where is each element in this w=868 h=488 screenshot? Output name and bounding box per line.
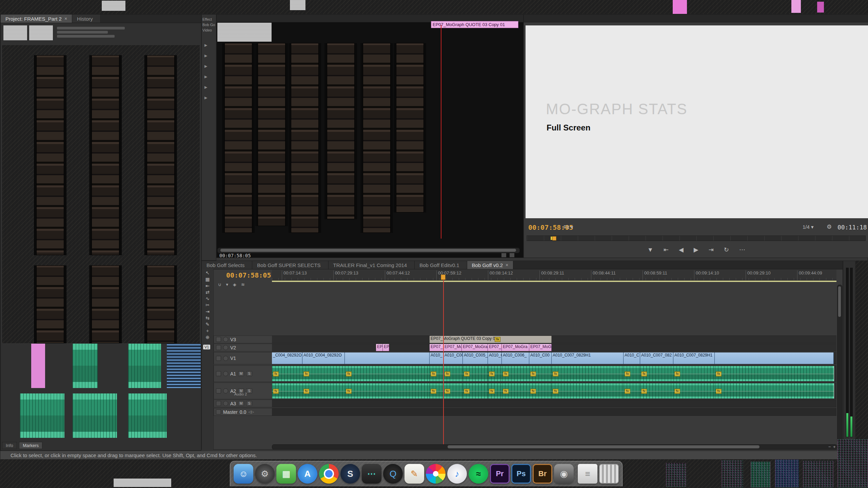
work-area-bar[interactable]	[272, 281, 836, 282]
source-hscrollbar[interactable]	[217, 248, 520, 253]
audio-clip-thumb[interactable]	[128, 393, 167, 438]
timeline-clip-a2[interactable]: fx	[502, 383, 530, 399]
source-indicator[interactable]: V1	[203, 345, 210, 349]
audio-clip-thumb[interactable]	[20, 393, 64, 438]
project-tab[interactable]: History	[72, 15, 101, 23]
timeline-clip-v2[interactable]: EP07_Mo	[443, 344, 462, 351]
tool-icon[interactable]: ⇄	[203, 289, 212, 295]
close-icon[interactable]: ×	[64, 16, 67, 21]
trash[interactable]	[599, 464, 619, 484]
timeline-clip-a2[interactable]: fx	[529, 383, 552, 399]
lock-icon[interactable]	[216, 409, 221, 414]
sequence-tab[interactable]: Bob Goff Selects	[202, 261, 252, 269]
eye-toggle-icon[interactable]	[223, 345, 228, 350]
timeline-clip-a2[interactable]: fx	[640, 383, 674, 399]
panel-menu-icon[interactable]	[510, 253, 514, 257]
tool-icon[interactable]: ⇥	[203, 309, 212, 314]
timeline-clip-v1[interactable]	[715, 352, 834, 364]
timeline-clip-v2[interactable]: EP	[383, 344, 389, 351]
timeline-clip-a2[interactable]: fx	[463, 383, 488, 399]
zoom-fit-dropdown[interactable]: Fit ▾	[564, 224, 573, 230]
sequence-tab[interactable]: TRAILER Final_v1 Coming 2014	[329, 261, 415, 269]
solo-button[interactable]: S	[246, 371, 252, 376]
timeline-clip-a1[interactable]: fx	[443, 366, 463, 381]
timeline-clip-a2[interactable]: fx	[345, 383, 430, 399]
lock-icon[interactable]	[216, 345, 221, 350]
transport-button-icon[interactable]: ▶	[694, 246, 698, 253]
timeline-clip-a1[interactable]: fx	[673, 366, 715, 381]
timeline-hscrollbar[interactable]	[272, 444, 837, 450]
track-header-v3[interactable]: V3	[214, 336, 277, 343]
green-utility[interactable]: ▦	[276, 464, 296, 484]
timeline-clip-a1[interactable]: fx	[502, 366, 530, 381]
track-header-master[interactable]: Master 0.0 ◁▷	[214, 408, 277, 416]
timeline-clip-a2[interactable]: fx	[443, 383, 463, 399]
playback-resolution-dropdown[interactable]: 1/4 ▾	[803, 224, 814, 230]
timeline-clip-a2[interactable]: fx	[715, 383, 834, 399]
timeline-clip-a2[interactable]: fx	[430, 383, 444, 399]
audio-clip-thumb[interactable]	[128, 344, 161, 388]
clip-thumbnail-strip[interactable]	[89, 265, 122, 343]
snap-toggle-icon[interactable]: ≋	[241, 282, 245, 287]
timeline-clip-v2[interactable]: EP07_MoG	[529, 344, 552, 351]
chevron-right-icon[interactable]: ▶	[204, 64, 215, 68]
photoshop[interactable]: Ps	[511, 464, 531, 484]
chevron-right-icon[interactable]: ▶	[204, 54, 215, 58]
solo-button[interactable]: S	[246, 401, 252, 406]
settings[interactable]: ⚙	[255, 464, 275, 484]
collapsed-panel-label[interactable]: Video	[202, 28, 215, 32]
dock-divider[interactable]	[575, 464, 576, 484]
timeline-clip-v1[interactable]: A010_C004_08292O	[302, 352, 345, 364]
timeline-clip-v1[interactable]: _C004_08292O	[272, 352, 302, 364]
timeline-clip-v1[interactable]: A010_C006_	[502, 352, 529, 364]
transport-button-icon[interactable]: ↻	[724, 246, 729, 253]
solo-button[interactable]: S	[246, 388, 252, 393]
pan-icon[interactable]: ◁▷	[248, 410, 254, 414]
timeline-clip-a1[interactable]: fx	[552, 366, 624, 381]
scrubber-playhead[interactable]	[552, 236, 556, 241]
pencil-app[interactable]: ✎	[405, 464, 424, 484]
timeline-clip-a2[interactable]: fx	[272, 383, 303, 399]
app-store[interactable]: A	[298, 464, 317, 484]
speaker-toggle-icon[interactable]	[223, 371, 228, 376]
eye-toggle-icon[interactable]	[223, 356, 228, 361]
quicktime[interactable]: Q	[383, 464, 403, 484]
chrome[interactable]	[319, 464, 339, 484]
transport-button-icon[interactable]: ▼	[647, 246, 653, 253]
timeline-clip-v3[interactable]: EP07_MoGraph QUOTE 03 Copy 01 fx	[430, 336, 552, 343]
chevron-right-icon[interactable]: ▶	[204, 43, 215, 47]
project-tab[interactable]: Project: FRAMES_Part 2 ×	[1, 15, 72, 23]
transport-button-icon[interactable]: ⇤	[664, 246, 669, 253]
collapsed-panel-label[interactable]: Bob Go	[202, 23, 215, 27]
finder[interactable]: ☺	[234, 464, 253, 484]
track-v3-lane[interactable]: EP07_MoGraph QUOTE 03 Copy 01 fx	[272, 336, 836, 343]
audio-clip-thumb[interactable]	[73, 344, 98, 388]
tool-icon[interactable]: +	[203, 328, 212, 333]
track-a3-lane[interactable]	[272, 400, 836, 407]
timeline-clip-a2[interactable]: fx	[488, 383, 502, 399]
program-scrubber[interactable]	[527, 236, 866, 241]
timeline-clip-a1[interactable]: fx	[463, 366, 488, 381]
mute-button[interactable]: M	[238, 371, 244, 376]
track-header-v1[interactable]: V1	[214, 352, 277, 364]
timeline-clip-a1[interactable]: fx	[302, 366, 345, 381]
playhead-line[interactable]	[443, 280, 444, 447]
master-track-lane[interactable]	[272, 408, 836, 416]
audio-clip-thumb[interactable]	[73, 393, 117, 438]
chevron-right-icon[interactable]: ▶	[204, 96, 215, 100]
speaker-toggle-icon[interactable]	[223, 388, 228, 393]
steam[interactable]: S	[340, 464, 360, 484]
premiere[interactable]: Pr	[490, 464, 510, 484]
mograph-clip-bar[interactable]: EP07_MoGraph QUOTE 03 Copy 01	[431, 21, 518, 28]
timeline-clip-a1[interactable]: fx	[488, 366, 502, 381]
tool-icon[interactable]: ✎	[203, 322, 212, 327]
itunes[interactable]: ♪	[447, 464, 467, 484]
timeline-clip-a1[interactable]: fx	[715, 366, 834, 381]
photos[interactable]	[426, 464, 446, 484]
timeline-clip-v2[interactable]: EP0	[376, 344, 383, 351]
track-v1-lane[interactable]: _C004_08292OA010_C004_08292OA010_A010_C0…	[272, 352, 836, 364]
timeline-clip-a2[interactable]: fx	[673, 383, 715, 399]
filmstrip-column[interactable]	[255, 43, 288, 226]
mograph-clip-thumb[interactable]	[31, 344, 45, 388]
timeline-timecode[interactable]: 00:07:58:05	[226, 271, 271, 279]
